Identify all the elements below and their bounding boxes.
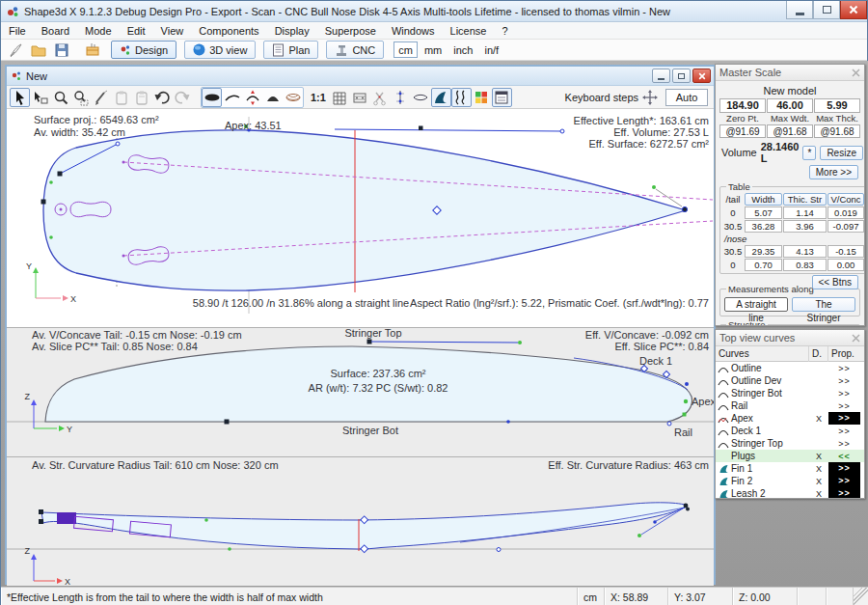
doc-restore-button[interactable] bbox=[672, 69, 691, 83]
menu-view[interactable]: View bbox=[153, 25, 192, 37]
curve-row-outline-dev[interactable]: Outline Dev >> bbox=[716, 374, 864, 387]
prop-button[interactable]: >> bbox=[828, 439, 860, 449]
slice-view-button[interactable] bbox=[242, 88, 262, 107]
open-file-button[interactable] bbox=[28, 41, 49, 59]
control-point[interactable] bbox=[58, 172, 63, 177]
curve-row-deck1[interactable]: Deck 1 >> bbox=[716, 425, 864, 437]
curve-row-fin2[interactable]: Fin 2 X >> bbox=[716, 475, 864, 487]
thickness-field[interactable]: 5.99 bbox=[814, 98, 860, 113]
close-button[interactable] bbox=[840, 1, 867, 19]
handle-endpoint[interactable] bbox=[637, 534, 641, 537]
doc-minimize-button[interactable] bbox=[652, 69, 670, 83]
menu-license[interactable]: License bbox=[443, 25, 495, 37]
curves-panel-titlebar[interactable]: Top view curves bbox=[716, 330, 864, 346]
curve-row-rail[interactable]: Rail >> bbox=[716, 399, 864, 412]
slice-view-canvas[interactable]: Av. V/Concave Tail: -0.15 cm Nose: -0.19… bbox=[7, 328, 714, 457]
menu-mode[interactable]: Mode bbox=[77, 25, 120, 37]
select-box-tool[interactable] bbox=[30, 88, 50, 107]
curve-row-fin1[interactable]: Fin 1 X >> bbox=[716, 462, 864, 475]
plan-view-pane[interactable]: Surface proj.: 6549.63 cm² Av. width: 35… bbox=[7, 109, 714, 327]
curve-row-leash[interactable]: Leash 2 X >> bbox=[716, 487, 864, 498]
select-tool[interactable] bbox=[10, 88, 30, 107]
table-cell[interactable]: 0.70 bbox=[745, 259, 782, 271]
straight-line-button[interactable]: A straight line bbox=[724, 297, 788, 312]
plan-button[interactable]: Plan bbox=[263, 41, 318, 59]
more-button[interactable]: More >> bbox=[809, 165, 858, 179]
fins-toggle[interactable] bbox=[431, 88, 451, 107]
copy-tool[interactable] bbox=[111, 88, 131, 107]
design-mode-button[interactable]: Design bbox=[111, 41, 176, 59]
table-cell[interactable]: -0.097 bbox=[827, 220, 864, 233]
resize-grip[interactable] bbox=[854, 588, 868, 605]
btns-toggle-button[interactable]: << Btns bbox=[812, 275, 858, 289]
menu-windows[interactable]: Windows bbox=[384, 25, 443, 37]
the-stringer-button[interactable]: The Stringer bbox=[792, 297, 855, 312]
slice-view-pane[interactable]: Av. V/Concave Tail: -0.15 cm Nose: -0.19… bbox=[7, 327, 714, 456]
auto-button[interactable]: Auto bbox=[665, 89, 708, 106]
curve-row-apex[interactable]: Apex X >> bbox=[716, 412, 864, 425]
prop-button[interactable]: >> bbox=[828, 426, 860, 436]
resize-button[interactable]: Resize bbox=[820, 146, 863, 160]
cut-tool[interactable] bbox=[370, 88, 391, 107]
menu-board[interactable]: Board bbox=[34, 25, 77, 37]
curve-row-stringer-top[interactable]: Stringer Top >> bbox=[716, 437, 864, 450]
apex-point[interactable] bbox=[684, 399, 688, 403]
control-point[interactable] bbox=[41, 200, 46, 205]
thic-col-button[interactable]: Thic. Str bbox=[783, 193, 827, 206]
max-wdt-field[interactable]: @91.68 bbox=[767, 124, 813, 138]
save-button[interactable] bbox=[51, 41, 72, 59]
rocker-view-button[interactable] bbox=[222, 88, 242, 107]
menu-components[interactable]: Components bbox=[191, 25, 266, 37]
prop-button[interactable]: >> bbox=[828, 487, 860, 498]
colors-toggle[interactable] bbox=[472, 88, 492, 107]
zoom-tool[interactable] bbox=[50, 88, 70, 107]
table-cell[interactable]: 0.83 bbox=[783, 259, 827, 271]
grid-toggle[interactable] bbox=[330, 88, 350, 107]
unit-mm-button[interactable]: mm bbox=[420, 44, 447, 56]
move-cross-icon[interactable] bbox=[642, 90, 658, 105]
profile-view-canvas[interactable]: Av. Str. Curvature Radius Tail: 610 cm N… bbox=[7, 457, 714, 587]
new-file-button[interactable] bbox=[5, 41, 26, 59]
prop-col-header[interactable]: Prop. bbox=[828, 346, 860, 362]
handle-endpoint[interactable] bbox=[560, 129, 564, 133]
minimize-button[interactable] bbox=[786, 1, 813, 19]
3d-view-button[interactable]: 3D view bbox=[184, 41, 256, 59]
undo-button[interactable] bbox=[151, 88, 172, 107]
close-icon[interactable] bbox=[852, 69, 860, 77]
table-cell[interactable]: -0.15 bbox=[827, 245, 864, 258]
redo-button[interactable] bbox=[172, 88, 192, 107]
board-outline-toggle[interactable] bbox=[411, 88, 431, 107]
tail-fin-box-filled[interactable] bbox=[57, 512, 76, 524]
menu-superpose[interactable]: Superpose bbox=[317, 25, 384, 37]
wireframe-view-button[interactable] bbox=[283, 88, 303, 107]
master-scale-titlebar[interactable]: Master Scale bbox=[716, 65, 864, 81]
prop-button[interactable]: >> bbox=[828, 412, 860, 425]
export-button[interactable] bbox=[82, 41, 103, 59]
handle-endpoint[interactable] bbox=[518, 341, 522, 344]
zero-pt-field[interactable]: @91.69 bbox=[719, 124, 766, 138]
plan-view-canvas[interactable]: Surface proj.: 6549.63 cm² Av. width: 35… bbox=[7, 109, 714, 327]
table-cell[interactable]: 0.00 bbox=[827, 259, 864, 271]
volume-lock-button[interactable]: * bbox=[802, 146, 816, 160]
cnc-button[interactable]: CNC bbox=[326, 41, 384, 59]
menu-display[interactable]: Display bbox=[267, 25, 317, 37]
doc-close-button[interactable] bbox=[692, 69, 711, 83]
slices-grid-toggle[interactable] bbox=[350, 88, 370, 107]
max-thck-field[interactable]: @91.68 bbox=[814, 124, 860, 138]
prop-button[interactable]: << bbox=[828, 452, 860, 461]
menu-file[interactable]: File bbox=[1, 25, 34, 37]
vconc-col-button[interactable]: V/Conc bbox=[827, 193, 864, 206]
curve-row-stringer-bot[interactable]: Stringer Bot >> bbox=[716, 387, 864, 399]
paste-tool[interactable] bbox=[131, 88, 151, 107]
table-cell[interactable]: 5.07 bbox=[745, 206, 782, 219]
stringer-top-handle[interactable] bbox=[371, 342, 518, 343]
length-field[interactable]: 184.90 bbox=[719, 98, 766, 113]
curve-row-plugs[interactable]: Plugs X << bbox=[716, 450, 864, 462]
handle-endpoint[interactable] bbox=[116, 142, 120, 146]
unit-inf-button[interactable]: in/f bbox=[479, 44, 503, 56]
stringer-bot-point[interactable] bbox=[225, 420, 230, 425]
rail-point[interactable] bbox=[667, 422, 671, 426]
width-col-button[interactable]: Width bbox=[745, 193, 782, 206]
tail-control-point[interactable] bbox=[39, 509, 43, 514]
maximize-button[interactable] bbox=[813, 1, 840, 19]
